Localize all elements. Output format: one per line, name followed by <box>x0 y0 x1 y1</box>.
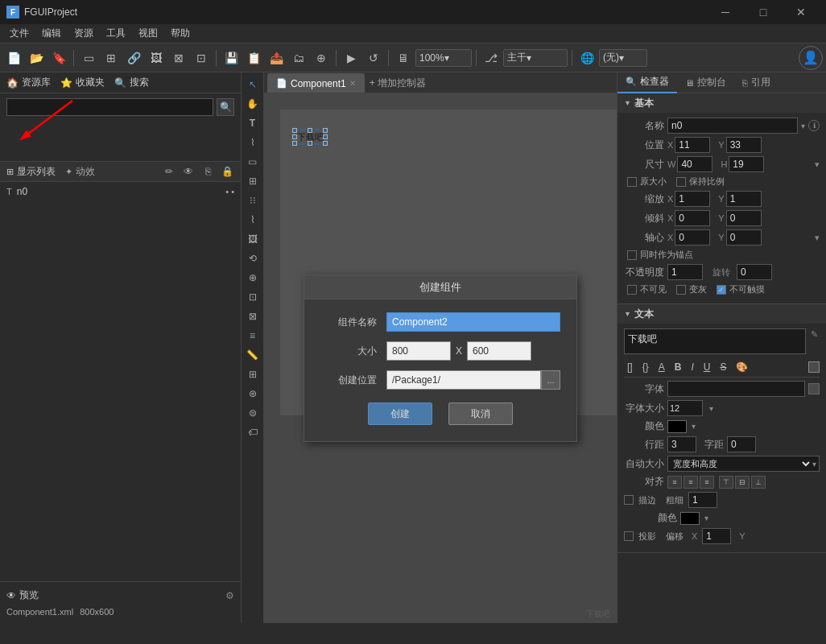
bookmark-btn[interactable]: 🔖 <box>48 47 69 68</box>
rect-tool-btn[interactable]: ▭ <box>244 153 262 171</box>
polygon-tool-btn[interactable]: ⌇ <box>244 134 262 151</box>
stroke-color-arrow[interactable]: ▾ <box>704 514 708 522</box>
copy-tool-btn[interactable]: ⎘ <box>200 164 215 179</box>
refresh-btn[interactable]: ↺ <box>363 47 384 68</box>
bezier-tool-btn[interactable]: ⌇ <box>244 211 262 229</box>
nav-favorites[interactable]: ⭐ 收藏夹 <box>60 76 105 89</box>
align-right-btn[interactable]: ≡ <box>700 476 714 489</box>
w-input[interactable] <box>677 156 712 172</box>
transform-btn[interactable]: ⟲ <box>244 250 262 267</box>
strikethrough-btn[interactable]: S <box>717 361 729 374</box>
invisible-checkbox[interactable]: 不可见 <box>627 283 667 295</box>
untouchable-checkbox[interactable]: ✓ 不可触摸 <box>717 283 765 295</box>
rect-btn[interactable]: ▭ <box>78 47 99 68</box>
underline-A-btn[interactable]: A <box>655 361 668 374</box>
arrange-btn[interactable]: ⊠ <box>244 308 262 325</box>
font-color-swatch[interactable] <box>808 361 820 373</box>
text-content-input[interactable] <box>624 328 806 354</box>
brace-btn[interactable]: {} <box>639 361 652 374</box>
width-input[interactable] <box>386 341 451 361</box>
tab-console[interactable]: 🖥 控制台 <box>677 72 734 93</box>
send-btn[interactable]: 📤 <box>266 47 287 68</box>
orig-size-checkbox[interactable]: 原大小 <box>627 175 667 188</box>
eye-tool-btn[interactable]: 👁 <box>181 164 196 179</box>
tag-btn[interactable]: 🏷 <box>244 423 262 441</box>
as-anchor-checkbox[interactable]: 同时作为锚点 <box>627 249 693 261</box>
menu-assets[interactable]: 资源 <box>68 25 100 42</box>
auto-size-select-wrapper[interactable]: 宽度和高度 仅高度 无 ▾ <box>667 456 820 472</box>
grid-btn[interactable]: ⊞ <box>244 365 262 383</box>
canvas-viewport[interactable]: 下载吧 <box>264 93 617 623</box>
copy-btn[interactable]: 📋 <box>243 47 264 68</box>
tab-ref[interactable]: ⎘ 引用 <box>734 72 779 93</box>
menu-view[interactable]: 视图 <box>132 25 164 42</box>
component-name-input[interactable] <box>386 312 560 332</box>
stroke-width-input[interactable] <box>688 492 717 508</box>
pos-x-input[interactable] <box>675 137 710 153</box>
auto-size-select[interactable]: 宽度和高度 仅高度 无 <box>668 456 812 471</box>
play-btn[interactable]: ▶ <box>341 47 361 68</box>
color-arrow[interactable]: ▾ <box>692 422 696 431</box>
nav-search[interactable]: 🔍 搜索 <box>114 76 149 89</box>
italic-btn[interactable]: I <box>688 361 696 374</box>
ruler-btn[interactable]: 📏 <box>244 346 262 364</box>
branches-icon[interactable]: ⎇ <box>481 47 502 68</box>
scale-x-input[interactable] <box>675 191 710 207</box>
cancel-btn[interactable]: 取消 <box>448 402 513 425</box>
align-center-btn[interactable]: ≡ <box>684 476 698 489</box>
lock-tool-btn[interactable]: 🔒 <box>220 164 234 179</box>
save-btn[interactable]: 💾 <box>221 47 242 68</box>
open-btn[interactable]: 📂 <box>26 47 47 68</box>
gear-icon[interactable]: ⚙ <box>225 590 234 601</box>
text-section-header[interactable]: ▼ 文本 <box>617 304 826 324</box>
grayed-checkbox[interactable]: 变灰 <box>676 283 707 295</box>
pivot-y-input[interactable] <box>726 229 762 246</box>
align-top-btn[interactable]: ⊤ <box>719 476 733 489</box>
tool5[interactable]: ⊠ <box>168 47 189 68</box>
create-btn[interactable]: 创建 <box>368 402 432 425</box>
align-left-btn[interactable]: ≡ <box>667 476 682 489</box>
anchor-btn[interactable]: ⊕ <box>244 269 262 287</box>
add-controller-btn[interactable]: + 增加控制器 <box>365 73 431 93</box>
shadow-checkbox[interactable] <box>624 531 634 541</box>
menu-help[interactable]: 帮助 <box>164 25 196 42</box>
screen-btn[interactable]: 🖥 <box>393 47 414 68</box>
text-edit-icon[interactable]: ✎ <box>809 328 820 340</box>
opacity-input[interactable] <box>667 264 703 280</box>
tab-inspector[interactable]: 🔍 检查器 <box>617 72 677 93</box>
keep-ratio-checkbox[interactable]: 保持比例 <box>676 175 725 188</box>
edit-tool-btn[interactable]: ✏ <box>162 164 176 179</box>
text-tool-btn[interactable]: T <box>244 114 262 132</box>
rotation-input[interactable] <box>737 264 772 280</box>
pivot-expand-btn[interactable]: ▾ <box>815 233 820 243</box>
align-middle-btn[interactable]: ⊟ <box>735 476 750 489</box>
align-btn[interactable]: ≡ <box>244 327 262 345</box>
color-picker-btn[interactable]: 🎨 <box>733 361 751 374</box>
lang-dropdown[interactable]: (无) ▾ <box>599 49 647 67</box>
new-btn[interactable]: 📄 <box>3 47 24 68</box>
height-input[interactable] <box>467 341 531 361</box>
tool11[interactable]: ⊕ <box>311 47 332 68</box>
font-color-right-icon[interactable] <box>808 383 820 394</box>
font-input[interactable] <box>667 381 805 397</box>
bracket1-btn[interactable]: [] <box>624 361 636 374</box>
search-submit-btn[interactable]: 🔍 <box>217 98 234 116</box>
bold-btn[interactable]: B <box>671 361 685 374</box>
name-input[interactable] <box>667 118 798 134</box>
select-tool-btn[interactable]: ↖ <box>244 76 262 93</box>
size-expand-btn[interactable]: ▾ <box>815 159 820 170</box>
user-btn[interactable]: 👤 <box>799 46 823 70</box>
layer-btn[interactable]: ⊜ <box>244 404 262 422</box>
maximize-button[interactable]: □ <box>745 0 782 24</box>
close-button[interactable]: ✕ <box>783 0 820 24</box>
name-info-icon[interactable]: ℹ <box>808 120 820 131</box>
snap-btn[interactable]: ⊛ <box>244 385 262 402</box>
menu-tools[interactable]: 工具 <box>100 25 132 42</box>
canvas-tab-component1[interactable]: 📄 Component1 ✕ <box>267 73 365 93</box>
globe-btn[interactable]: 🌐 <box>576 47 597 68</box>
scale-y-input[interactable] <box>726 191 762 207</box>
zoom-dropdown[interactable]: 100% ▾ <box>415 49 472 67</box>
tool6[interactable]: ⊡ <box>191 47 212 68</box>
font-size-input[interactable] <box>667 400 703 416</box>
component-small-btn[interactable]: ⊞ <box>244 172 262 190</box>
